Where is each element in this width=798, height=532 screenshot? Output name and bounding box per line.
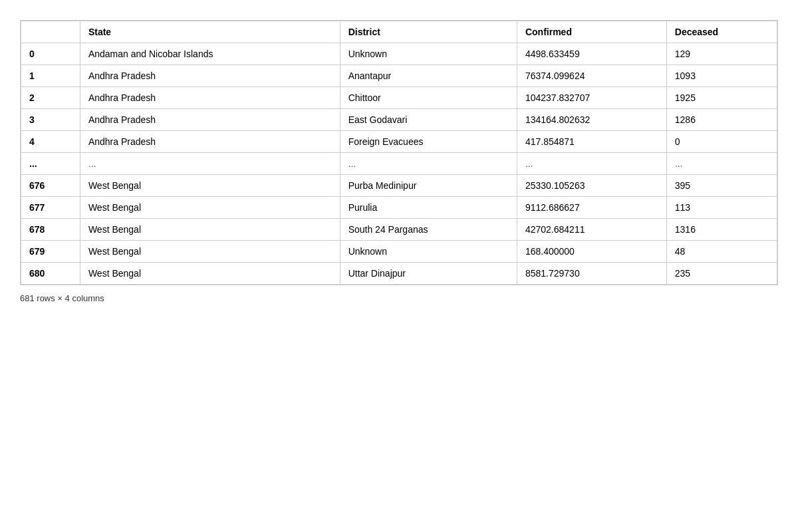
col-header-index — [21, 21, 80, 43]
cell-confirmed: 4498.633459 — [517, 43, 666, 65]
cell-state: West Bengal — [80, 263, 340, 285]
table-row: 0Andaman and Nicobar IslandsUnknown4498.… — [21, 43, 777, 65]
cell-index: 678 — [21, 219, 80, 241]
ellipsis-cell-4: ... — [666, 153, 777, 175]
cell-district: South 24 Parganas — [340, 219, 517, 241]
cell-district: Uttar Dinajpur — [340, 263, 517, 285]
table-row: 1Andhra PradeshAnantapur76374.0996241093 — [21, 65, 777, 87]
cell-deceased: 129 — [666, 43, 777, 65]
col-header-district: District — [340, 21, 517, 43]
cell-confirmed: 25330.105263 — [517, 175, 666, 197]
col-header-confirmed: Confirmed — [517, 21, 666, 43]
cell-district: Foreign Evacuees — [340, 131, 517, 153]
cell-state: West Bengal — [80, 219, 340, 241]
cell-index: 676 — [21, 175, 80, 197]
cell-confirmed: 9112.686627 — [517, 197, 666, 219]
cell-confirmed: 104237.832707 — [517, 87, 666, 109]
cell-confirmed: 134164.802632 — [517, 109, 666, 131]
cell-state: Andhra Pradesh — [80, 65, 340, 87]
cell-state: West Bengal — [80, 197, 340, 219]
table-row: 3Andhra PradeshEast Godavari134164.80263… — [21, 109, 777, 131]
cell-district: Chittoor — [340, 87, 517, 109]
ellipsis-cell-0: ... — [21, 153, 80, 175]
ellipsis-cell-2: ... — [340, 153, 517, 175]
cell-deceased: 1286 — [666, 109, 777, 131]
data-table: State District Confirmed Deceased 0Andam… — [21, 21, 777, 285]
cell-deceased: 48 — [666, 241, 777, 263]
cell-state: Andaman and Nicobar Islands — [80, 43, 340, 65]
data-table-wrapper: State District Confirmed Deceased 0Andam… — [20, 20, 778, 285]
cell-state: West Bengal — [80, 241, 340, 263]
table-header-row: State District Confirmed Deceased — [21, 21, 777, 43]
cell-state: West Bengal — [80, 175, 340, 197]
cell-index: 680 — [21, 263, 80, 285]
cell-district: Purulia — [340, 197, 517, 219]
cell-index: 3 — [21, 109, 80, 131]
table-row: 678West BengalSouth 24 Parganas42702.684… — [21, 219, 777, 241]
cell-confirmed: 42702.684211 — [517, 219, 666, 241]
cell-district: Unknown — [340, 241, 517, 263]
col-header-state: State — [80, 21, 340, 43]
cell-district: Purba Medinipur — [340, 175, 517, 197]
cell-deceased: 235 — [666, 263, 777, 285]
cell-deceased: 1925 — [666, 87, 777, 109]
table-row: 679West BengalUnknown168.40000048 — [21, 241, 777, 263]
cell-district: Unknown — [340, 43, 517, 65]
cell-index: 677 — [21, 197, 80, 219]
ellipsis-cell-3: ... — [517, 153, 666, 175]
cell-deceased: 395 — [666, 175, 777, 197]
cell-confirmed: 8581.729730 — [517, 263, 666, 285]
cell-deceased: 0 — [666, 131, 777, 153]
table-row: 4Andhra PradeshForeign Evacuees417.85487… — [21, 131, 777, 153]
cell-district: Anantapur — [340, 65, 517, 87]
cell-confirmed: 417.854871 — [517, 131, 666, 153]
cell-index: 0 — [21, 43, 80, 65]
cell-state: Andhra Pradesh — [80, 131, 340, 153]
cell-district: East Godavari — [340, 109, 517, 131]
cell-confirmed: 76374.099624 — [517, 65, 666, 87]
cell-confirmed: 168.400000 — [517, 241, 666, 263]
row-count-label: 681 rows × 4 columns — [20, 293, 778, 303]
main-container: State District Confirmed Deceased 0Andam… — [20, 20, 778, 303]
table-row: 677West BengalPurulia9112.686627113 — [21, 197, 777, 219]
cell-index: 2 — [21, 87, 80, 109]
cell-index: 679 — [21, 241, 80, 263]
cell-deceased: 1316 — [666, 219, 777, 241]
table-row: 680West BengalUttar Dinajpur8581.7297302… — [21, 263, 777, 285]
table-row: 676West BengalPurba Medinipur25330.10526… — [21, 175, 777, 197]
ellipsis-cell-1: ... — [80, 153, 340, 175]
cell-deceased: 1093 — [666, 65, 777, 87]
col-header-deceased: Deceased — [666, 21, 777, 43]
cell-deceased: 113 — [666, 197, 777, 219]
ellipsis-row: ............... — [21, 153, 777, 175]
cell-index: 1 — [21, 65, 80, 87]
cell-state: Andhra Pradesh — [80, 87, 340, 109]
cell-index: 4 — [21, 131, 80, 153]
table-row: 2Andhra PradeshChittoor104237.8327071925 — [21, 87, 777, 109]
cell-state: Andhra Pradesh — [80, 109, 340, 131]
